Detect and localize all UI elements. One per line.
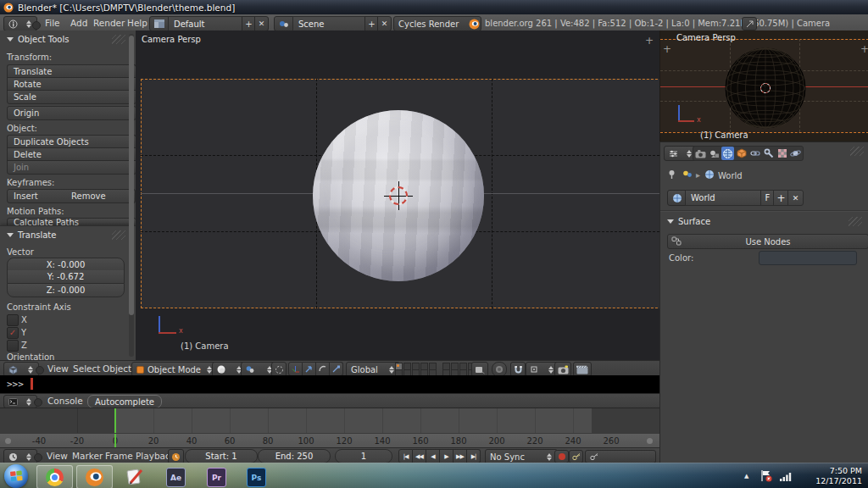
object-tools-panel-header[interactable]: Object Tools (7, 35, 69, 44)
autocomplete-button[interactable]: Autocomplete (87, 395, 162, 408)
taskbar-aftereffects-button[interactable]: Ae (166, 468, 186, 487)
taskbar-paint-button[interactable] (125, 466, 147, 487)
current-frame-line[interactable] (114, 434, 116, 448)
unlink-world-button[interactable]: ✕ (787, 190, 804, 206)
menu-frame[interactable]: Frame (105, 451, 133, 461)
panel-drag-grip[interactable] (112, 35, 125, 44)
tab-modifiers[interactable] (762, 147, 775, 160)
menu-file[interactable]: File (45, 18, 60, 28)
record-button[interactable] (554, 450, 569, 463)
open-toolshelf-region-button[interactable]: + (663, 44, 671, 54)
scroller-dot-left[interactable] (5, 438, 11, 444)
jump-to-end-button[interactable]: ▶| (467, 449, 481, 463)
scene-field[interactable]: Scene (292, 16, 371, 31)
tray-clock[interactable]: 7:50 PM 12/17/2011 (801, 466, 862, 486)
duplicate-objects-button[interactable]: Duplicate Objects (7, 135, 136, 148)
end-frame-field[interactable]: End: 250 (258, 449, 331, 463)
constraint-z-checkbox[interactable] (7, 340, 19, 352)
taskbar-photoshop-button[interactable]: Ps (247, 468, 266, 487)
delete-scene-button[interactable]: ✕ (377, 16, 392, 31)
rotate-button[interactable]: Rotate (7, 77, 136, 91)
join-button[interactable]: Join (7, 160, 136, 175)
action-center-flag-icon[interactable] (760, 469, 772, 483)
menu-render[interactable]: Render (93, 18, 125, 28)
world-id-icon-button[interactable] (667, 190, 687, 206)
panel-drag-grip[interactable] (849, 217, 862, 226)
manipulator-scale-toggle[interactable] (330, 362, 343, 376)
play-reverse-button[interactable]: ◀ (426, 449, 440, 463)
open-properties-region-button[interactable]: + (860, 44, 868, 54)
menu-view[interactable]: View (47, 451, 68, 461)
taskbar-chrome-button[interactable] (36, 465, 73, 488)
panel-drag-grip[interactable] (112, 230, 125, 240)
start-button[interactable] (4, 464, 28, 488)
menu-help[interactable]: Help (127, 18, 147, 28)
network-icon[interactable] (780, 471, 793, 481)
remove-keyframe-button[interactable]: Remove (65, 189, 136, 203)
manipulator-translate-toggle[interactable] (303, 362, 316, 376)
manipulator-rotate-toggle[interactable] (316, 362, 330, 376)
tab-scene[interactable] (708, 147, 721, 160)
vector-y-field[interactable]: Y: -0.672 (7, 270, 125, 283)
translate-panel-header[interactable]: Translate (7, 230, 56, 240)
use-nodes-button[interactable]: Use Nodes (667, 234, 868, 249)
menu-console[interactable]: Console (47, 396, 83, 406)
menu-object[interactable]: Object (103, 363, 131, 374)
tray-expand-icon[interactable]: ▲ (744, 473, 748, 480)
delete-screen-button[interactable]: ✕ (254, 16, 269, 31)
world-color-swatch[interactable] (759, 251, 857, 265)
python-console[interactable]: >>> (0, 375, 659, 393)
constraint-y-checkbox[interactable] (7, 327, 19, 339)
current-frame-line[interactable] (114, 408, 116, 434)
play-button[interactable]: ▶ (440, 449, 453, 463)
scale-button[interactable]: Scale (7, 90, 136, 104)
panel-drag-grip[interactable] (850, 147, 864, 156)
current-frame-field[interactable]: 1 (335, 449, 392, 463)
collapse-menus-button[interactable] (34, 453, 42, 462)
breadcrumb-world-label[interactable]: World (718, 171, 743, 180)
tab-texture[interactable] (776, 147, 788, 160)
viewport-camera-mini[interactable]: Camera Persp + + x (1) Camera (659, 30, 868, 141)
origin-button[interactable]: Origin (7, 106, 136, 120)
menu-marker[interactable]: Marker (72, 451, 103, 461)
maximize-area-button[interactable] (742, 17, 757, 30)
viewport-3d[interactable]: Camera Persp + x (1) Camera (136, 30, 659, 360)
timeline-tracks[interactable] (0, 408, 659, 434)
collapse-menus-button[interactable] (32, 21, 41, 30)
menu-add[interactable]: Add (70, 18, 87, 28)
auto-keying-mode-button[interactable] (569, 450, 583, 463)
scene-breadcrumb-icon[interactable] (682, 169, 693, 179)
start-frame-field[interactable]: Start: 1 (185, 449, 258, 463)
open-properties-region-button[interactable]: + (645, 36, 654, 46)
editor-type-button[interactable] (3, 395, 37, 408)
translate-button[interactable]: Translate (7, 64, 136, 78)
taskbar-premiere-button[interactable]: Pr (207, 468, 226, 487)
surface-panel-header[interactable]: Surface (667, 217, 710, 226)
tab-constraints[interactable] (748, 147, 761, 160)
taskbar-blender-button[interactable] (76, 465, 113, 488)
jump-to-start-button[interactable]: |◀ (398, 449, 413, 463)
next-keyframe-button[interactable]: ▶▶ (453, 449, 467, 463)
world-name-field[interactable]: World (685, 190, 767, 206)
keying-set-field[interactable] (585, 450, 656, 463)
menu-view[interactable]: View (47, 363, 69, 374)
toolshelf-scrollbar[interactable] (129, 34, 134, 357)
scene-icon-button[interactable] (274, 16, 294, 31)
vector-z-field[interactable]: Z: -0.000 (7, 283, 125, 297)
timeline-ruler[interactable]: -40 -20 0 20 40 60 80 100 120 140 160 18… (0, 433, 659, 448)
scroller-dot-right[interactable] (647, 438, 653, 444)
manipulator-axes-toggle[interactable] (288, 362, 303, 376)
constraint-x-checkbox[interactable] (7, 314, 19, 326)
delete-button[interactable]: Delete (7, 147, 136, 161)
pin-icon[interactable] (667, 169, 676, 180)
menu-select[interactable]: Select (73, 363, 100, 374)
tab-object[interactable] (735, 147, 748, 160)
screen-layout-field[interactable]: Default (168, 16, 248, 31)
collapse-menus-button[interactable] (36, 366, 44, 374)
prev-keyframe-button[interactable]: ◀◀ (413, 449, 426, 463)
tab-physics[interactable] (789, 147, 802, 160)
tab-world[interactable] (721, 147, 734, 160)
scrollbar-thumb[interactable] (129, 36, 134, 315)
collapse-menus-button[interactable] (34, 398, 42, 407)
screen-layout-icon-button[interactable] (149, 16, 170, 31)
